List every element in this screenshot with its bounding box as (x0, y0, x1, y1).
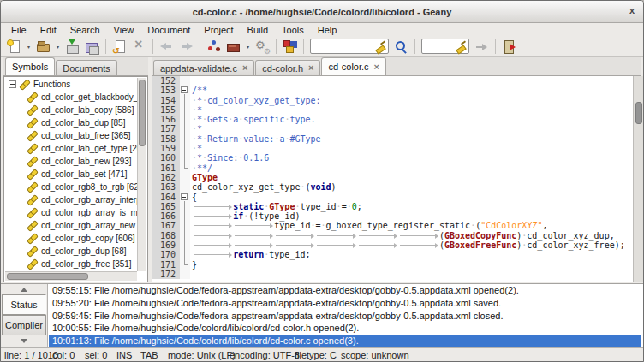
open-folder-chevron-button[interactable]: ▾ (53, 37, 63, 56)
build-chevron-button[interactable]: ▾ (243, 37, 253, 56)
open-folder-button[interactable] (33, 37, 53, 56)
fold-margin[interactable] (180, 260, 190, 270)
fold-margin[interactable] (180, 173, 190, 182)
editor-tab-cd-color-c[interactable]: cd-color.c× (321, 57, 386, 75)
search-input[interactable] (313, 40, 367, 52)
new-file-button[interactable] (4, 37, 24, 56)
color-chooser-button[interactable] (280, 37, 300, 56)
goto-line-input[interactable] (424, 40, 456, 52)
menu-tools[interactable]: Tools (275, 25, 311, 35)
symbol-item[interactable]: cd_color_lab_new [293] (4, 155, 137, 168)
sidebar-horizontal-scrollbar[interactable] (5, 271, 137, 281)
symbol-item[interactable]: cd_color_rgb_array_is_monotonic (4, 206, 137, 219)
build-button[interactable] (224, 37, 243, 56)
fold-margin[interactable] (180, 153, 190, 163)
fold-margin[interactable] (180, 250, 190, 259)
fold-margin[interactable] (180, 163, 190, 173)
fold-margin[interactable] (180, 105, 190, 115)
fold-collapse-icon[interactable] (181, 193, 188, 200)
symbol-item[interactable]: cd_color_get_blackbody_rgb [99 (4, 91, 137, 104)
fold-margin[interactable] (180, 270, 190, 279)
message-tab-compiler[interactable]: Compiler (2, 315, 46, 335)
message-tabs-scroll-up-button[interactable] (1, 284, 47, 294)
symbol-item[interactable]: cd_color_rgb_array_interpolate [9 (4, 193, 137, 206)
tab-close-icon[interactable]: × (242, 64, 247, 72)
nav-forward-button[interactable] (176, 37, 196, 56)
fold-margin[interactable] (180, 124, 190, 134)
quit-button[interactable] (499, 37, 519, 56)
status-message-row[interactable]: 10:01:13: File /home/hughsie/Code/colord… (49, 335, 641, 347)
tab-close-icon[interactable]: × (308, 64, 313, 72)
symbol-item[interactable]: cd_color_lab_copy [586] (4, 104, 137, 116)
fold-margin[interactable] (180, 240, 190, 250)
sidebar-tab-symbols[interactable]: Symbols (5, 57, 55, 75)
status-message-row[interactable]: 09:55:20: File /home/hughsie/Code/fedora… (49, 297, 641, 310)
fold-margin[interactable] (180, 144, 190, 153)
fold-margin[interactable] (180, 202, 190, 211)
fold-line (184, 231, 185, 240)
compile-button[interactable] (204, 37, 224, 56)
menu-help[interactable]: Help (311, 25, 344, 35)
symbol-item[interactable]: cd_color_lab_free [365] (4, 129, 137, 142)
title-bar[interactable]: cd-color.c - /home/hughsie/Code/colord/l… (1, 1, 643, 23)
fold-margin[interactable] (180, 211, 190, 221)
symbol-item[interactable]: cd_color_rgb_free [351] (4, 258, 137, 270)
fold-margin[interactable] (180, 182, 190, 192)
window-close-button[interactable]: x (629, 5, 635, 15)
fold-margin[interactable] (180, 134, 190, 144)
run-button[interactable] (253, 37, 272, 56)
clear-broom-icon[interactable] (375, 41, 386, 52)
clear-broom-icon[interactable] (456, 41, 467, 52)
symbol-item[interactable]: cd_color_rgb_dup [68] (4, 245, 137, 258)
revert-button[interactable] (110, 37, 129, 56)
code-area[interactable]: 152153/**154·*·cd_color_xyz_get_type:155… (152, 76, 643, 279)
token: type_id (274, 221, 310, 230)
tree-root-functions[interactable]: Functions (4, 78, 137, 91)
menu-file[interactable]: File (4, 25, 33, 35)
symbol-item[interactable]: cd_color_rgb_copy [606] (4, 232, 137, 245)
nav-back-button[interactable] (157, 37, 176, 56)
save-button[interactable] (63, 37, 82, 56)
symbol-item[interactable]: cd_color_rgb_array_new [896] (4, 219, 137, 232)
editor-tab-appdata-validate-c[interactable]: appdata-validate.c× (153, 60, 254, 75)
fold-margin[interactable] (180, 115, 190, 124)
fold-collapse-icon[interactable] (181, 86, 188, 93)
nav-forward-icon (179, 39, 194, 54)
sidebar-vertical-scrollbar[interactable] (137, 78, 146, 271)
jump-to-button[interactable] (472, 37, 492, 56)
fold-margin[interactable] (180, 86, 190, 95)
menu-edit[interactable]: Edit (33, 25, 63, 35)
menu-project[interactable]: Project (197, 25, 240, 35)
search-entry[interactable] (310, 39, 389, 54)
symbol-item[interactable]: cd_color_rgb8_to_rgb [626] (4, 181, 137, 193)
code-line: 168(GBoxedCopyFunc)·cd_color_xyz_dup, (152, 231, 643, 240)
status-message-row[interactable]: 10:00:55: File /home/hughsie/Code/colord… (49, 322, 641, 335)
editor-tab-cd-color-h[interactable]: cd-color.h× (255, 60, 320, 75)
symbol-item[interactable]: cd_color_lab_set [471] (4, 168, 137, 181)
tab-close-icon[interactable]: × (374, 63, 379, 71)
menu-search[interactable]: Search (63, 25, 107, 35)
editor[interactable]: 152153/**154·*·cd_color_xyz_get_type:155… (152, 76, 643, 282)
message-tabs-scroll-down-button[interactable] (1, 335, 47, 346)
goto-line-entry[interactable] (421, 39, 469, 54)
symbol-item[interactable]: cd_color_lab_dup [85] (4, 116, 137, 129)
save-all-button[interactable] (82, 37, 102, 56)
status-message-row[interactable]: 09:59:45: File /home/hughsie/Code/fedora… (49, 310, 641, 323)
fold-margin[interactable] (180, 76, 190, 86)
symbol-item[interactable]: cd_color_lab_get_type [203] (4, 142, 137, 155)
menu-view[interactable]: View (107, 25, 141, 35)
close-document-button[interactable] (129, 37, 149, 56)
fold-margin[interactable] (180, 231, 190, 240)
collapse-expander-icon[interactable] (9, 80, 16, 88)
sidebar-tab-documents[interactable]: Documents (56, 60, 117, 75)
status-message-row[interactable]: 09:55:15: File /home/hughsie/Code/fedora… (49, 284, 641, 297)
fold-margin[interactable] (180, 221, 190, 230)
fold-margin[interactable] (180, 193, 190, 202)
search-button[interactable] (391, 37, 411, 56)
new-file-chevron-button[interactable]: ▾ (24, 37, 33, 56)
message-tab-status[interactable]: Status (2, 294, 46, 315)
menu-build[interactable]: Build (241, 25, 275, 35)
fold-margin[interactable] (180, 96, 190, 105)
menu-document[interactable]: Document (140, 25, 197, 35)
line-number: 162 (152, 173, 180, 182)
